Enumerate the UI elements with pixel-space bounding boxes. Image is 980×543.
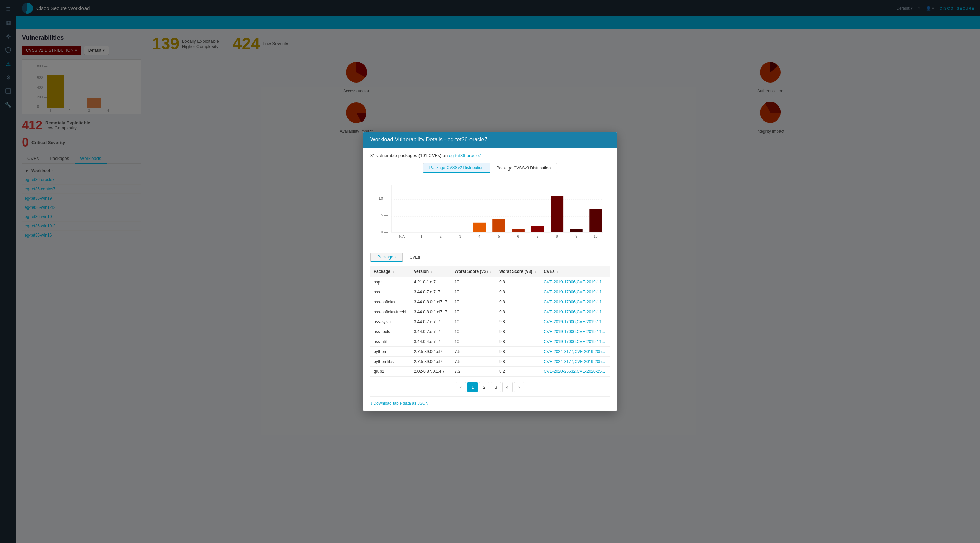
page-2-button[interactable]: 2	[479, 382, 489, 392]
modal-overlay[interactable]: Workload Vulnerability Details - eg-tet3…	[0, 0, 980, 543]
cell-v2: 10	[451, 317, 496, 327]
svg-text:10 —: 10 —	[379, 196, 388, 200]
cell-package: nss	[370, 287, 410, 297]
cell-version: 3.44.0-7.el7_7	[410, 327, 451, 337]
modal-title: Workload Vulnerability Details - eg-tet3…	[370, 137, 487, 142]
cell-cves: CVE-2019-17006,CVE-2019-11...	[540, 277, 610, 287]
table-row: nss 3.44.0-7.el7_7 10 9.8 CVE-2019-17006…	[370, 287, 610, 297]
svg-text:7: 7	[536, 234, 539, 238]
col-v3: Worst Score (V3) ↕	[496, 266, 540, 277]
bar-4	[473, 223, 486, 232]
page-1-button[interactable]: 1	[468, 382, 478, 392]
cve-link[interactable]: CVE-2019-17006,CVE-2019-11...	[544, 280, 605, 285]
sort-v3-icon[interactable]: ↕	[535, 270, 536, 274]
col-cves: CVEs ↕	[540, 266, 610, 277]
cell-v2: 7.5	[451, 347, 496, 357]
svg-text:9: 9	[575, 234, 577, 238]
cell-cves: CVE-2019-17006,CVE-2019-11...	[540, 317, 610, 327]
table-row: python 2.7.5-89.0.1.el7 7.5 9.8 CVE-2021…	[370, 347, 610, 357]
vuln-info: 31 vulnerable packages (101 CVEs) on eg-…	[370, 153, 610, 158]
svg-text:0 —: 0 —	[381, 230, 388, 234]
cell-cves: CVE-2021-3177,CVE-2019-205...	[540, 347, 610, 357]
page-prev-button[interactable]: ‹	[456, 382, 466, 392]
sort-v2-icon[interactable]: ↓	[490, 270, 492, 274]
svg-text:5 —: 5 —	[381, 213, 388, 217]
table-row: nspr 4.21.0-1.el7 10 9.8 CVE-2019-17006,…	[370, 277, 610, 287]
download-row: ↓ Download table data as JSON	[370, 397, 610, 406]
cve-link[interactable]: CVE-2019-17006,CVE-2019-11...	[544, 309, 605, 314]
cell-v3: 9.8	[496, 277, 540, 287]
table-row: nss-util 3.44.0-4.el7_7 10 9.8 CVE-2019-…	[370, 337, 610, 347]
table-row: nss-tools 3.44.0-7.el7_7 10 9.8 CVE-2019…	[370, 327, 610, 337]
svg-text:10: 10	[594, 234, 598, 238]
bar-9	[570, 229, 583, 232]
svg-text:3: 3	[459, 234, 461, 238]
sort-package-icon[interactable]: ↕	[393, 270, 394, 274]
vuln-host-link[interactable]: eg-tet36-oracle7	[449, 153, 482, 158]
cell-version: 3.44.0-8.0.1.el7_7	[410, 307, 451, 317]
col-version: Version ↕	[410, 266, 451, 277]
sort-cves-icon[interactable]: ↕	[557, 270, 558, 274]
table-row: python-libs 2.7.5-89.0.1.el7 7.5 9.8 CVE…	[370, 357, 610, 367]
cell-v3: 9.8	[496, 327, 540, 337]
cell-v3: 9.8	[496, 297, 540, 307]
page-3-button[interactable]: 3	[491, 382, 501, 392]
cell-cves: CVE-2019-17006,CVE-2019-11...	[540, 297, 610, 307]
modal-body: 31 vulnerable packages (101 CVEs) on eg-…	[363, 148, 617, 411]
col-package: Package ↕	[370, 266, 410, 277]
cell-v2: 10	[451, 297, 496, 307]
cell-package: grub2	[370, 367, 410, 377]
tab-cvssv3-dist[interactable]: Package CVSSv3 Distribution	[490, 163, 557, 173]
sort-version-icon[interactable]: ↕	[431, 270, 433, 274]
cve-link[interactable]: CVE-2019-17006,CVE-2019-11...	[544, 339, 605, 344]
cell-package: nss-softokn-freebl	[370, 307, 410, 317]
cell-v3: 9.8	[496, 287, 540, 297]
cell-v2: 7.2	[451, 367, 496, 377]
packages-table: Package ↕ Version ↕ Worst Score (V2) ↓	[370, 266, 610, 377]
cell-v2: 7.5	[451, 357, 496, 367]
cell-cves: CVE-2019-17006,CVE-2019-11...	[540, 287, 610, 297]
tab-cves[interactable]: CVEs	[403, 253, 427, 262]
cell-package: python-libs	[370, 357, 410, 367]
cell-package: python	[370, 347, 410, 357]
cell-version: 2.7.5-89.0.1.el7	[410, 357, 451, 367]
package-cve-tabs: Packages CVEs	[370, 253, 427, 262]
cell-v2: 10	[451, 277, 496, 287]
cve-link[interactable]: CVE-2019-17006,CVE-2019-11...	[544, 319, 605, 324]
modal-header: Workload Vulnerability Details - eg-tet3…	[363, 132, 617, 148]
download-json-link[interactable]: ↓ Download table data as JSON	[370, 401, 610, 406]
cell-v3: 9.8	[496, 307, 540, 317]
cve-link[interactable]: CVE-2019-17006,CVE-2019-11...	[544, 290, 605, 295]
page-next-button[interactable]: ›	[514, 382, 524, 392]
svg-text:8: 8	[556, 234, 558, 238]
page-4-button[interactable]: 4	[502, 382, 512, 392]
bar-5	[492, 219, 505, 232]
tab-cvssv2-dist[interactable]: Package CVSSv2 Distribution	[423, 163, 490, 173]
cell-cves: CVE-2019-17006,CVE-2019-11...	[540, 307, 610, 317]
table-row: nss-sysinit 3.44.0-7.el7_7 10 9.8 CVE-20…	[370, 317, 610, 327]
cve-link[interactable]: CVE-2021-3177,CVE-2019-205...	[544, 349, 605, 354]
cell-version: 2.7.5-89.0.1.el7	[410, 347, 451, 357]
cell-cves: CVE-2019-17006,CVE-2019-11...	[540, 327, 610, 337]
col-v2: Worst Score (V2) ↓	[451, 266, 496, 277]
bar-chart-container: 0 — 5 — 10 — N/A 1 2 3 4 5 6 7 8	[370, 179, 610, 247]
cell-cves: CVE-2019-17006,CVE-2019-11...	[540, 337, 610, 347]
cell-cves: CVE-2020-25632,CVE-2020-25...	[540, 367, 610, 377]
svg-text:4: 4	[478, 234, 480, 238]
tab-packages[interactable]: Packages	[371, 253, 403, 262]
bar-chart-svg: 0 — 5 — 10 — N/A 1 2 3 4 5 6 7 8	[370, 179, 610, 247]
cell-v3: 9.8	[496, 357, 540, 367]
svg-text:N/A: N/A	[399, 234, 405, 238]
cve-link[interactable]: CVE-2020-25632,CVE-2020-25...	[544, 369, 605, 374]
bar-10	[589, 209, 602, 232]
cve-link[interactable]: CVE-2021-3177,CVE-2019-205...	[544, 359, 605, 364]
cve-link[interactable]: CVE-2019-17006,CVE-2019-11...	[544, 330, 605, 334]
cve-link[interactable]: CVE-2019-17006,CVE-2019-11...	[544, 299, 605, 304]
cell-v3: 9.8	[496, 347, 540, 357]
pagination: ‹ 1 2 3 4 ›	[370, 382, 610, 392]
bar-6	[512, 229, 525, 232]
cell-v2: 10	[451, 337, 496, 347]
cell-package: nss-tools	[370, 327, 410, 337]
cell-v3: 8.2	[496, 367, 540, 377]
cell-version: 3.44.0-7.el7_7	[410, 317, 451, 327]
